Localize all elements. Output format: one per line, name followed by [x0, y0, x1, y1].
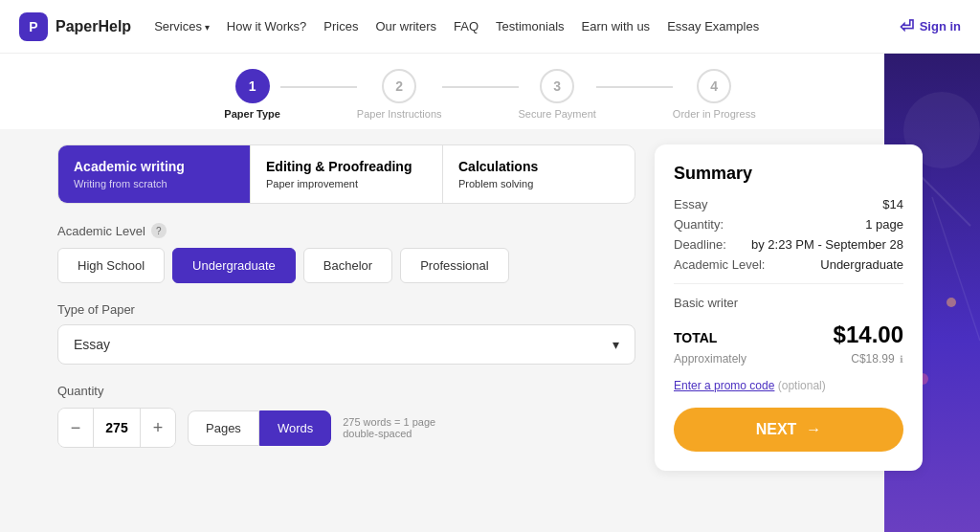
nav-faq[interactable]: FAQ: [454, 19, 479, 33]
sign-in-button[interactable]: ⏎ Sign in: [900, 16, 961, 37]
paper-card-academic[interactable]: Academic writing Writing from scratch: [58, 145, 251, 203]
type-of-paper-value: Essay: [74, 337, 110, 352]
quantity-row: − + Pages Words 275 words = 1 pagedouble…: [57, 408, 635, 448]
step-2-label: Paper Instructions: [357, 108, 442, 120]
step-1-label: Paper Type: [224, 108, 280, 120]
paper-card-calculations-title: Calculations: [458, 159, 619, 174]
nav-writers[interactable]: Our writers: [375, 19, 436, 33]
next-button[interactable]: NEXT →: [674, 408, 903, 452]
left-panel: Academic writing Writing from scratch Ed…: [57, 144, 635, 471]
promo-optional-text: (optional): [778, 379, 826, 392]
paper-card-calculations-subtitle: Problem solving: [458, 178, 619, 189]
paper-card-editing-subtitle: Paper improvement: [266, 178, 427, 189]
level-undergraduate[interactable]: Undergraduate: [172, 248, 296, 283]
total-label: TOTAL: [674, 330, 717, 345]
step-line-1: [280, 86, 357, 88]
step-3-circle: 3: [540, 69, 574, 103]
navbar: P PaperHelp Services How it Works? Price…: [0, 0, 980, 54]
step-4-label: Order in Progress: [673, 108, 756, 120]
nav-essay-examples[interactable]: Essay Examples: [667, 19, 759, 33]
nav-prices[interactable]: Prices: [323, 19, 358, 33]
summary-panel: Summary Essay $14 Quantity: 1 page Deadl…: [655, 144, 923, 471]
quantity-label: Quantity: [57, 384, 635, 398]
quantity-increase-button[interactable]: +: [141, 409, 175, 447]
step-1-circle: 1: [235, 69, 270, 103]
summary-row-quantity: Quantity: 1 page: [674, 217, 903, 232]
unit-words-button[interactable]: Words: [259, 410, 331, 446]
level-high-school[interactable]: High School: [57, 248, 165, 283]
next-button-label: NEXT: [756, 421, 797, 438]
step-1: 1 Paper Type: [224, 69, 280, 120]
quantity-input[interactable]: [93, 409, 141, 447]
approx-value: C$18.99 ℹ: [851, 352, 903, 366]
step-2: 2 Paper Instructions: [357, 69, 442, 120]
summary-title: Summary: [674, 164, 903, 184]
step-3-label: Secure Payment: [519, 108, 596, 120]
total-row: TOTAL $14.00: [674, 321, 903, 348]
step-2-circle: 2: [382, 69, 416, 103]
summary-level-label: Academic Level:: [674, 257, 765, 272]
next-arrow-icon: →: [806, 421, 821, 438]
promo-link[interactable]: Enter a promo code: [674, 379, 774, 392]
logo-icon: P: [19, 12, 48, 41]
step-4-circle: 4: [697, 69, 731, 103]
paper-card-editing-title: Editing & Proofreading: [266, 159, 427, 174]
summary-essay-label: Essay: [674, 197, 707, 211]
paper-card-academic-title: Academic writing: [74, 159, 234, 174]
steps-bar: 1 Paper Type 2 Paper Instructions 3 Secu…: [0, 54, 980, 129]
quantity-decrease-button[interactable]: −: [58, 409, 93, 447]
summary-row-essay: Essay $14: [674, 197, 903, 211]
nav-services[interactable]: Services: [154, 19, 210, 33]
basic-writer-label: Basic writer: [674, 296, 903, 310]
nav-how-it-works[interactable]: How it Works?: [227, 19, 307, 33]
summary-row-level: Academic Level: Undergraduate: [674, 257, 903, 272]
nav-links: Services How it Works? Prices Our writer…: [154, 19, 900, 33]
step-line-3: [596, 86, 673, 88]
main-content: Academic writing Writing from scratch Ed…: [0, 129, 980, 486]
type-of-paper-dropdown[interactable]: Essay ▾: [57, 324, 635, 365]
quantity-control: − +: [57, 408, 176, 448]
level-professional[interactable]: Professional: [400, 248, 509, 283]
approx-label: Approximately: [674, 352, 746, 366]
summary-level-value: Undergraduate: [820, 257, 903, 272]
summary-quantity-value: 1 page: [865, 217, 903, 232]
help-icon[interactable]: ?: [151, 223, 167, 238]
step-4: 4 Order in Progress: [673, 69, 756, 120]
unit-pages-button[interactable]: Pages: [188, 410, 259, 446]
paper-card-academic-subtitle: Writing from scratch: [74, 178, 234, 189]
quantity-note: 275 words = 1 pagedouble-spaced: [343, 416, 435, 439]
total-price: $14.00: [834, 321, 903, 348]
nav-earn[interactable]: Earn with us: [582, 19, 651, 33]
step-line-2: [442, 86, 519, 88]
paper-type-cards: Academic writing Writing from scratch Ed…: [57, 144, 635, 204]
unit-buttons: Pages Words: [188, 410, 331, 446]
paper-card-editing[interactable]: Editing & Proofreading Paper improvement: [251, 145, 443, 203]
summary-row-deadline: Deadline: by 2:23 PM - September 28: [674, 237, 903, 252]
type-of-paper-label: Type of Paper: [57, 302, 635, 317]
promo-row: Enter a promo code (optional): [674, 379, 903, 392]
level-buttons: High School Undergraduate Bachelor Profe…: [57, 248, 635, 283]
approx-row: Approximately C$18.99 ℹ: [674, 352, 903, 366]
logo[interactable]: P PaperHelp: [19, 12, 131, 41]
step-3: 3 Secure Payment: [519, 69, 596, 120]
paper-card-calculations[interactable]: Calculations Problem solving: [443, 145, 635, 203]
summary-deadline-value: by 2:23 PM - September 28: [751, 237, 903, 252]
summary-quantity-label: Quantity:: [674, 217, 724, 232]
summary-deadline-label: Deadline:: [674, 237, 726, 252]
summary-essay-value: $14: [882, 197, 903, 211]
dropdown-chevron-icon: ▾: [612, 337, 619, 352]
nav-testimonials[interactable]: Testimonials: [496, 19, 565, 33]
summary-divider: [674, 283, 903, 284]
logo-text: PaperHelp: [56, 18, 131, 35]
level-bachelor[interactable]: Bachelor: [303, 248, 392, 283]
academic-level-label: Academic Level ?: [57, 223, 635, 238]
